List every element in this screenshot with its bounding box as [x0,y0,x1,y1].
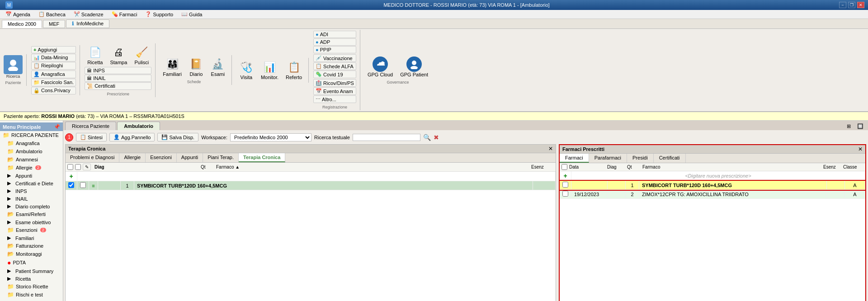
sidebar-item-inail[interactable]: ▶ INAIL [0,195,63,202]
esami-button[interactable]: 🔬 Esami [208,56,228,78]
sidebar-item-diario[interactable]: ▶ Diario completo [0,202,63,210]
sidebar-item-pdta[interactable]: ● PDTA [0,258,63,267]
tab-presidi[interactable]: Presidi [627,154,654,163]
add-prescription-icon[interactable]: + [563,172,567,179]
sidebar-item-familiari[interactable]: ▶ Familiari [0,234,63,242]
ricov-button[interactable]: 🏥 Ricov/Dim/PS [313,79,356,87]
monitor-button[interactable]: 📊 Monitor. [258,59,281,81]
minimize-button[interactable]: − [839,2,846,8]
cons-privacy-button[interactable]: 🔒 Cons.Privacy [31,87,76,94]
farmaci-select-all[interactable] [561,164,567,170]
farmaci-panel-close[interactable]: ✕ [858,146,863,152]
sidebar-item-certificati-diete[interactable]: ▶ Certificati e Diete [0,179,63,187]
gpg-patient-button[interactable]: GPG Patient [397,56,431,78]
clear-search-icon[interactable]: ✖ [434,134,439,141]
tab-esenzioni-panel[interactable]: Esenzioni [146,153,177,162]
sidebar-item-inps[interactable]: ▶ INPS [0,187,63,195]
covid-button[interactable]: 🦠 Covid 19 [313,71,356,78]
add-row[interactable]: + [66,172,556,181]
edit-tool-btn[interactable]: ✎ [83,164,91,170]
restore-workspace-icon[interactable]: 🔲 [854,122,866,130]
vaccinazione-button[interactable]: 💉 Vaccinazione [313,54,356,62]
adp-button[interactable]: ● ADP [313,38,356,46]
familiari-button[interactable]: 👨‍👩‍👧 Familiari [160,56,184,78]
tab-terapia[interactable]: Terapia Cronica [239,153,285,162]
fascicolo-button[interactable]: 📁 Fascicolo San. [31,79,76,86]
menu-agenda[interactable]: 📅 Agenda [2,10,34,18]
farm-row1-check[interactable] [562,182,568,188]
row-checkbox2[interactable] [80,182,86,188]
altro-button[interactable]: ⋯ Altro... [313,95,356,103]
sidebar-item-fatturazione[interactable]: 📂 Fatturazione [0,242,63,250]
select-all-checkbox[interactable] [67,164,73,170]
tab-parafarmaci[interactable]: Parafarmaci [589,154,627,163]
stampa-button[interactable]: 🖨 Stampa [107,44,130,66]
restore-button[interactable]: ❐ [848,2,855,8]
tab-infomediche[interactable]: ℹ InfoMediche [66,19,109,28]
notification-button[interactable]: 1 [65,133,73,141]
tab-allergie-panel[interactable]: Allergie [119,153,146,162]
add-plus-icon[interactable]: + [69,173,73,180]
sidebar-item-ricetta[interactable]: ▶ Ricetta [0,275,63,282]
expand-icon[interactable]: ⊞ [844,122,854,130]
tab-ambulatorio[interactable]: Ambulatorio [117,122,160,130]
workspace-select[interactable]: Predefinito Medico 2000 [230,133,311,141]
tab-piani[interactable]: Piani Terap. [203,153,239,162]
certificati-btn-toolbar[interactable]: 📜 Certificati [85,82,151,90]
adi-button[interactable]: ● ADI [313,31,356,38]
search-input[interactable] [353,134,420,141]
sidebar-item-anamnesi[interactable]: 📂 Anamnesi [0,155,63,164]
filter-checkbox[interactable] [75,164,81,170]
referto-button[interactable]: 📋 Referto [283,59,305,81]
tab-mef[interactable]: MEF [43,20,65,28]
panel-close-button[interactable]: ✕ [548,146,553,152]
tab-problemi[interactable]: Problemi e Diagnosi [66,153,119,162]
menu-supporto[interactable]: ❓ Supporto [142,10,177,18]
ppip-button[interactable]: ● PPIP [313,46,356,53]
pulisci-button[interactable]: 🧹 Pulisci [132,44,151,66]
sidebar-item-esame-obiettivo[interactable]: ▶ Esame obiettivo [0,218,63,226]
ricerca-button[interactable]: Ricerca [4,55,23,79]
tab-appunti-panel[interactable]: Appunti [177,153,203,162]
row-checkbox[interactable] [68,182,74,188]
inail-button[interactable]: 🏛 INAIL [85,75,151,82]
diario-button[interactable]: 📔 Diario [186,56,206,78]
search-icon[interactable]: 🔍 [423,134,431,141]
salva-disp-button[interactable]: 💾 Salva Disp. [157,133,198,141]
evento-button[interactable]: 📅 Evento Anam [313,87,356,95]
menu-farmaci[interactable]: 💊 Farmaci [108,10,141,18]
menu-bacheca[interactable]: 📋 Bacheca [35,10,69,18]
sidebar-pin-icon[interactable]: 📌 [54,124,60,130]
inps-button[interactable]: 🏛 INPS [85,67,151,74]
sidebar-item-monitoraggi[interactable]: 📂 Monitoraggi [0,250,63,258]
data-mining-button[interactable]: 📊 Data-Mining [31,54,76,61]
sidebar-item-esami-referti[interactable]: 📂 Esami/Referti [0,210,63,218]
sidebar-item-patient-summary[interactable]: ▶ Patient Summary [0,267,63,275]
aggiungi-button[interactable]: + Aggiungi [31,46,76,53]
placeholder-cell[interactable]: <Digitare nuova prescrizione> [571,171,865,181]
tab-medico2000[interactable]: Medico 2000 [2,20,42,28]
sintesi-button[interactable]: 📋 Sintesi [76,133,107,141]
sidebar-item-allergie[interactable]: 📁 Allergie 2 [0,164,63,172]
close-button[interactable]: ✕ [857,2,864,8]
tab-farmaci[interactable]: Farmaci [560,154,589,163]
farmaci-row-2[interactable]: 19/12/2023 2 ZIMOX*12CPR TG: AMOXICILLIN… [560,190,865,199]
farm-row2-check[interactable] [562,191,568,197]
menu-guida[interactable]: 📖 Guida [178,10,206,18]
sidebar-item-appunti[interactable]: ▶ Appunti [0,172,63,179]
sidebar-item-storico[interactable]: 📁 Storico Ricette [0,282,63,291]
farmaci-row-1[interactable]: 1 SYMBICORT TURB*120D 160+4,5MCG A [560,181,865,190]
riepiloghi-button[interactable]: 📋 Riepiloghi [31,62,76,70]
tab-ricerca-paziente[interactable]: Ricerca Paziente [65,122,116,130]
sidebar-item-scadenze[interactable]: ▶ Scadenze [0,299,63,301]
sidebar-item-ambulatorio[interactable]: 📁 Ambulatorio [0,147,63,155]
sidebar-item-rischi[interactable]: 📁 Rischi e test [0,291,63,299]
schede-alfa-button[interactable]: 📋 Schede ALFA [313,62,356,70]
sidebar-item-anagrafica[interactable]: 📁 Anagrafica [0,139,63,147]
menu-scadenze[interactable]: ✂️ Scadenze [70,10,107,18]
anagrafica-button[interactable]: 👤 Anagrafica [31,71,76,78]
ricetta-button[interactable]: 📄 Ricetta [85,44,105,66]
sidebar-item-ricerca[interactable]: 📁 RICERCA PAZIENTE [0,131,63,139]
add-prescription-row[interactable]: + <Digitare nuova prescrizione> [560,171,865,181]
sidebar-item-esenzioni[interactable]: 📁 Esenzioni 2 [0,226,63,234]
